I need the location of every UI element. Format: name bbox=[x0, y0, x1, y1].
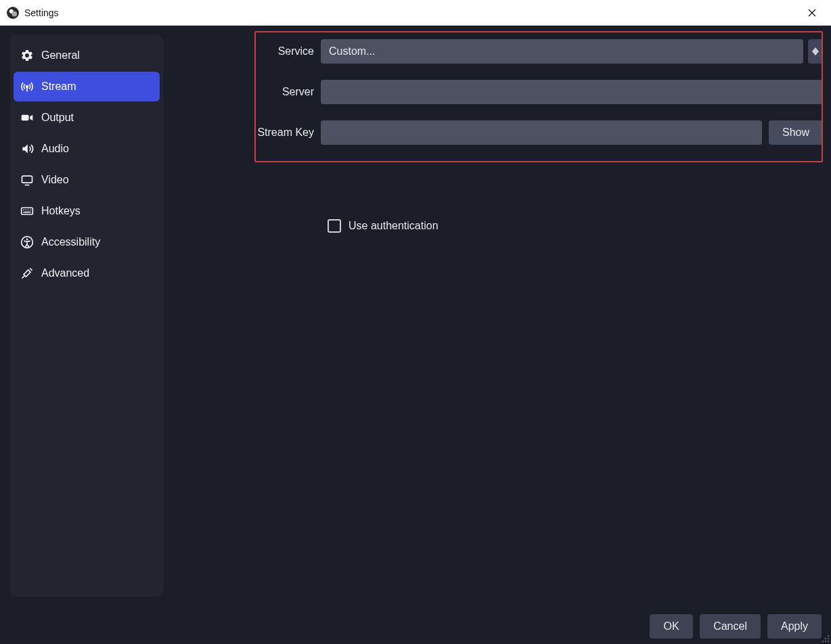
service-row: Service Custom... bbox=[173, 39, 823, 64]
server-input[interactable] bbox=[321, 80, 823, 104]
content-area: General Stream Output Audio Video bbox=[0, 26, 831, 644]
camera-icon bbox=[20, 111, 34, 124]
streamkey-label: Stream Key bbox=[173, 127, 321, 139]
show-streamkey-button[interactable]: Show bbox=[769, 120, 823, 145]
sidebar-item-label: Video bbox=[41, 174, 69, 186]
sidebar-item-stream[interactable]: Stream bbox=[14, 72, 160, 101]
sidebar-item-label: Accessibility bbox=[41, 236, 100, 248]
sidebar-item-label: Audio bbox=[41, 143, 69, 155]
stream-settings-panel: Service Custom... Server Stream Key S bbox=[173, 35, 823, 603]
window-title: Settings bbox=[24, 7, 59, 18]
sidebar-item-accessibility[interactable]: Accessibility bbox=[14, 227, 160, 257]
svg-point-13 bbox=[822, 641, 824, 642]
tools-icon bbox=[20, 267, 34, 280]
streamkey-input[interactable] bbox=[321, 120, 762, 145]
sidebar-item-general[interactable]: General bbox=[14, 41, 160, 70]
sidebar-item-label: General bbox=[41, 49, 80, 62]
titlebar: Settings bbox=[0, 0, 831, 26]
accessibility-icon bbox=[20, 235, 34, 249]
sidebar: General Stream Output Audio Video bbox=[10, 35, 163, 597]
sidebar-item-video[interactable]: Video bbox=[14, 165, 160, 195]
apply-button[interactable]: Apply bbox=[767, 614, 822, 639]
streamkey-row: Stream Key Show bbox=[173, 120, 823, 145]
service-select-spinner[interactable] bbox=[808, 39, 823, 64]
sidebar-item-advanced[interactable]: Advanced bbox=[14, 258, 160, 288]
sidebar-item-label: Advanced bbox=[41, 267, 89, 279]
svg-rect-5 bbox=[22, 115, 29, 120]
service-select[interactable]: Custom... bbox=[321, 39, 803, 64]
service-label: Service bbox=[173, 45, 321, 58]
server-row: Server bbox=[173, 80, 823, 104]
resize-grip[interactable] bbox=[820, 633, 830, 643]
sidebar-item-label: Output bbox=[41, 112, 74, 124]
svg-rect-7 bbox=[22, 208, 33, 214]
sidebar-item-hotkeys[interactable]: Hotkeys bbox=[14, 196, 160, 226]
sidebar-item-label: Stream bbox=[41, 80, 76, 93]
gear-icon bbox=[20, 49, 34, 62]
svg-point-11 bbox=[825, 638, 826, 639]
service-select-value: Custom... bbox=[329, 45, 375, 58]
keyboard-icon bbox=[20, 204, 34, 218]
use-auth-label: Use authentication bbox=[349, 220, 439, 232]
server-label: Server bbox=[173, 86, 321, 98]
speaker-icon bbox=[20, 142, 34, 156]
sidebar-item-output[interactable]: Output bbox=[14, 103, 160, 133]
monitor-icon bbox=[20, 173, 34, 187]
app-icon bbox=[7, 7, 19, 19]
sidebar-item-label: Hotkeys bbox=[41, 205, 81, 217]
use-auth-checkbox[interactable] bbox=[328, 219, 341, 233]
cancel-button[interactable]: Cancel bbox=[700, 614, 761, 639]
svg-point-14 bbox=[825, 641, 826, 642]
close-button[interactable] bbox=[797, 1, 827, 24]
dialog-footer: OK Cancel Apply bbox=[650, 614, 822, 639]
titlebar-left: Settings bbox=[7, 7, 59, 19]
antenna-icon bbox=[20, 80, 34, 93]
ok-button[interactable]: OK bbox=[650, 614, 693, 639]
svg-point-9 bbox=[26, 239, 28, 241]
svg-point-3 bbox=[12, 11, 18, 16]
svg-point-12 bbox=[828, 638, 829, 639]
use-auth-row: Use authentication bbox=[328, 219, 823, 233]
svg-point-15 bbox=[828, 641, 829, 642]
svg-point-10 bbox=[828, 635, 829, 637]
sidebar-item-audio[interactable]: Audio bbox=[14, 134, 160, 164]
svg-rect-6 bbox=[22, 176, 32, 183]
